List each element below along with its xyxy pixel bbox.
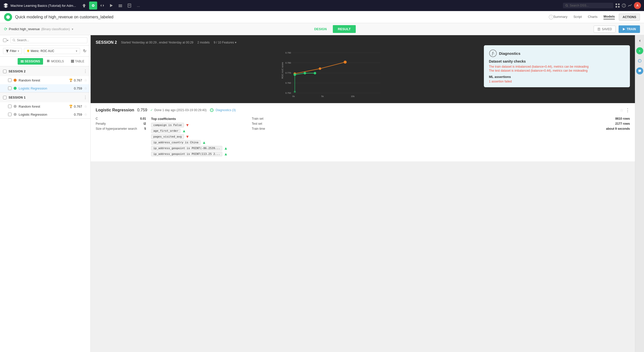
star-lr-s1[interactable]: ☆	[84, 112, 87, 116]
star-rf-s2[interactable]: ☆	[84, 78, 87, 82]
run-icon-btn[interactable]	[107, 2, 115, 10]
svg-point-52	[314, 72, 316, 74]
dropdown-arrow[interactable]: ▾	[72, 27, 73, 31]
flow-icon-btn[interactable]	[89, 2, 97, 10]
list-item[interactable]: Random forest 🏆 0.767 ☆	[0, 76, 90, 84]
model-diagnostics-link[interactable]: Diagnostics (3)	[216, 108, 236, 112]
model-menu-button[interactable]: ⋮	[625, 107, 630, 113]
tab-models[interactable]: Models	[603, 15, 615, 19]
train-button[interactable]: TRAIN	[619, 25, 640, 33]
list-item[interactable]: Logistic Regression 0.759 ☆	[0, 110, 90, 118]
result-button[interactable]: RESULT	[333, 25, 356, 33]
trophy-icon-rf-s1: 🏆	[69, 105, 73, 108]
session-2-menu[interactable]: ⋮	[83, 69, 87, 74]
select-all-checkbox-area[interactable]: ▾	[3, 38, 8, 42]
diag-assertion-title: ML assertions	[489, 75, 625, 79]
model-rf-s1-checkbox[interactable]	[8, 105, 12, 108]
session-features[interactable]: 9 / 10 Features ▾	[214, 41, 237, 44]
sidebar-search-input[interactable]	[17, 38, 85, 42]
svg-rect-29	[48, 61, 49, 62]
analytics-icon[interactable]	[628, 4, 632, 8]
coeff-badge-4: ip_address_geopoint is POINT(-86.2539...	[151, 146, 222, 151]
notebook-icon-btn[interactable]	[125, 2, 133, 10]
model-rf-s2-checkbox[interactable]	[8, 78, 12, 82]
coeff-arrow-down-2: ▼	[186, 135, 190, 139]
search-input[interactable]	[570, 4, 611, 7]
design-button[interactable]: DESIGN	[311, 26, 330, 32]
session-1-menu[interactable]: ⋮	[83, 95, 87, 100]
model-dot-green	[14, 87, 17, 90]
svg-text:i: i	[639, 60, 639, 62]
coeff-title: Top coefficients	[151, 117, 247, 121]
sidebar-search-box[interactable]	[10, 37, 87, 43]
coeff-item-4: ip_address_geopoint is POINT(-86.2539...…	[151, 146, 247, 151]
right-edge-collapse[interactable]	[636, 37, 643, 44]
tab-script[interactable]: Script	[574, 15, 582, 19]
view-tab-sessions[interactable]: SESSIONS	[18, 58, 43, 65]
session-1-checkbox[interactable]	[3, 96, 7, 99]
model-lr-s2-checkbox[interactable]	[8, 86, 12, 90]
predict-label: ⟳ Predict high_revenue (Binary classific…	[4, 27, 73, 31]
top-bar: Machine Learning Basics (Tutorial) for A…	[0, 0, 644, 11]
svg-rect-25	[21, 62, 24, 62]
deploy-icon-btn[interactable]	[80, 2, 88, 10]
list-item[interactable]: Logistic Regression 0.759 ☆	[0, 84, 90, 92]
right-edge-chat[interactable]	[636, 67, 643, 74]
model-lr-s2-name[interactable]: Logistic Regression	[19, 86, 72, 90]
list-item[interactable]: Random forest 🏆 0.767 ☆	[0, 102, 90, 110]
view-tab-table[interactable]: TABLE	[68, 58, 87, 65]
model-lr-s2-score: 0.759	[74, 86, 82, 90]
svg-rect-13	[616, 6, 617, 8]
dss-logo	[4, 13, 12, 21]
svg-rect-11	[616, 4, 617, 5]
top-bar-icons: ...	[80, 2, 142, 10]
refresh-button[interactable]: ↻	[82, 48, 87, 54]
save-icon	[597, 28, 600, 31]
more-icon-btn[interactable]: ...	[134, 2, 142, 10]
tab-charts[interactable]: Charts	[588, 15, 597, 19]
grid-icon[interactable]	[615, 3, 620, 8]
actions-button[interactable]: ACTIONS	[619, 14, 640, 21]
saved-button[interactable]: SAVED	[594, 26, 616, 33]
right-edge-info[interactable]: i	[636, 57, 643, 64]
metric-select[interactable]: Metric: ROC AUC ▾	[24, 48, 80, 54]
model-star-button[interactable]: ☆	[620, 108, 623, 113]
session-chart-label: SESSION 2	[96, 40, 117, 45]
session-2-checkbox[interactable]	[3, 70, 7, 73]
predict-text: Predict high_revenue	[9, 27, 40, 31]
checkbox-dropdown-arrow[interactable]: ▾	[7, 39, 8, 42]
model-lr-s1-checkbox[interactable]	[8, 113, 12, 116]
code-icon-btn[interactable]	[98, 2, 106, 10]
view-tab-models[interactable]: MODELS	[44, 58, 67, 65]
session-chart-meta: Started Yesterday at 00:29 , ended Yeste…	[121, 41, 193, 44]
svg-point-49	[344, 61, 347, 64]
session-2-header: SESSION 2 ⋮	[0, 66, 90, 76]
select-all-checkbox[interactable]	[3, 38, 7, 42]
filter-button[interactable]: Filter ▾	[3, 48, 22, 54]
session-models-count: 2 models	[197, 41, 210, 44]
svg-point-1	[93, 5, 94, 6]
session-1-name: SESSION 1	[9, 96, 81, 99]
tab-summary[interactable]: Summary	[553, 15, 567, 19]
search-bar[interactable]	[563, 3, 613, 8]
model-detail-score: 0.759	[137, 108, 147, 112]
filter-toolbar: Filter ▾ Metric: ROC AUC ▾ ↻	[0, 46, 90, 57]
help-icon[interactable]: ?	[622, 4, 626, 8]
avatar[interactable]: A	[634, 2, 641, 9]
svg-rect-12	[618, 4, 620, 5]
model-dot-gray-lr	[14, 113, 17, 116]
star-rf-s1[interactable]: ☆	[84, 104, 87, 108]
coeff-arrow-up-3: ▲	[202, 140, 206, 145]
star-lr-s2[interactable]: ☆	[84, 86, 87, 90]
svg-text:0s: 0s	[292, 95, 295, 98]
svg-text:10s: 10s	[351, 95, 355, 98]
sub-header: ⟳ Predict high_revenue (Binary classific…	[0, 23, 644, 35]
info-icon[interactable]: i	[549, 15, 553, 19]
svg-point-51	[304, 72, 306, 74]
right-edge-add[interactable]: +	[636, 47, 643, 54]
trophy-icon-rf-s2: 🏆	[69, 78, 73, 82]
filter-icon	[6, 50, 9, 53]
svg-rect-14	[618, 6, 620, 8]
jobs-icon-btn[interactable]	[116, 2, 124, 10]
svg-rect-19	[598, 29, 600, 30]
